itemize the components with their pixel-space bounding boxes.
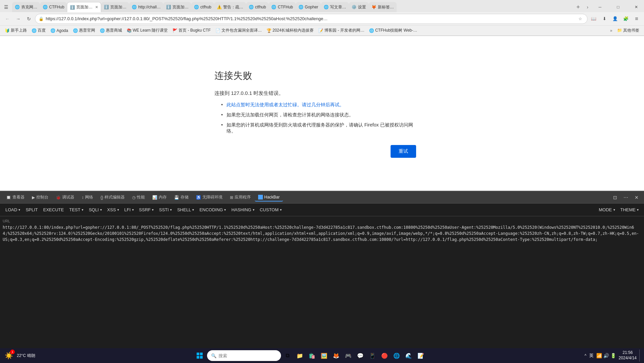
new-tab-btn[interactable]: + xyxy=(573,2,583,12)
taskbar-taskview-btn[interactable]: ⧉ xyxy=(282,350,293,361)
tab-8[interactable]: ⚠️ 警告：疏… xyxy=(214,2,246,12)
hackbar-load-btn[interactable]: LOAD xyxy=(3,204,23,216)
devtools-tab-inspector[interactable]: 🔲 查看器 xyxy=(3,193,28,202)
language-indicator[interactable]: 英 xyxy=(589,353,594,359)
bookmark-bugku[interactable]: 🚩 首页 - Bugku CTF xyxy=(170,27,212,34)
bookmark-gwb[interactable]: 🏆 2024长城杯校内选拔赛 xyxy=(265,27,316,34)
tab-3-active[interactable]: ℹ️ 页面加… ✕ xyxy=(67,2,101,12)
hackbar-lfi-btn[interactable]: LFI xyxy=(122,204,136,216)
reload-btn[interactable]: ↻ xyxy=(24,14,34,24)
taskbar-photos-btn[interactable]: 🖼️ xyxy=(319,350,329,361)
show-desktop-btn[interactable] xyxy=(639,350,641,362)
start-button[interactable] xyxy=(194,350,206,362)
bookmark-ctfhub-web[interactable]: 🌐 CTFHub技能树 Web-… xyxy=(367,27,419,34)
bookmark-cnblogs[interactable]: 📝 博客园 - 开发者的网… xyxy=(316,27,366,34)
tab-7[interactable]: 🌐 ctfhub xyxy=(191,2,214,12)
volume-icon[interactable]: 🔊 xyxy=(603,353,609,358)
other-bookmarks[interactable]: 📁 其他书签 xyxy=(615,27,641,34)
notification-area[interactable]: ☀️ 1 xyxy=(3,350,15,362)
tab-12[interactable]: 🌐 写文章… xyxy=(321,2,349,12)
taskbar-notes-btn[interactable]: 📝 xyxy=(415,350,426,361)
tab-4[interactable]: ℹ️ 页面加… xyxy=(101,2,129,12)
more-tabs-btn[interactable]: › xyxy=(583,2,592,12)
tray-expand-btn[interactable]: ^ xyxy=(585,353,587,358)
hackbar-ssrf-btn[interactable]: SSRF xyxy=(136,204,157,216)
clock[interactable]: 21:56 2024/4/14 xyxy=(619,350,637,361)
profile-btn[interactable]: 👤 xyxy=(610,14,620,24)
hackbar-split-btn[interactable]: SPLIT xyxy=(23,204,40,216)
taskbar-explorer-btn[interactable]: 📁 xyxy=(294,350,305,361)
wifi-icon[interactable]: 📶 xyxy=(596,353,602,358)
bookmarks-more-btn[interactable]: » xyxy=(608,28,614,34)
weather-widget[interactable]: 22°C 晴朗 xyxy=(17,353,35,359)
devtools-tab-style-editor[interactable]: {} 样式编辑器 xyxy=(97,193,128,202)
bookmark-new-user[interactable]: 🔰 新手上路 xyxy=(3,27,29,34)
tab-close-btn[interactable]: ✕ xyxy=(95,5,98,9)
battery-icon[interactable]: 🔋 xyxy=(610,353,616,358)
bookmark-hp[interactable]: 🌐 惠普官网 xyxy=(71,27,97,34)
devtools-dock-btn[interactable]: ⊡ xyxy=(610,193,620,202)
retry-btn[interactable]: 重试 xyxy=(391,145,416,158)
tab-5[interactable]: 🌐 http://chall… xyxy=(129,2,163,12)
forward-btn[interactable]: → xyxy=(13,14,23,24)
devtools-tab-debugger[interactable]: 🐞 调试器 xyxy=(52,193,78,202)
taskbar-app4-btn[interactable]: 🔴 xyxy=(379,350,390,361)
search-input[interactable] xyxy=(218,353,266,358)
hackbar-execute-btn[interactable]: EXECUTE xyxy=(41,204,67,216)
taskbar-app2-btn[interactable]: 💬 xyxy=(355,350,366,361)
menu-btn[interactable]: ≡ xyxy=(632,14,641,24)
tab-11-gopher[interactable]: 🌐 Gopher xyxy=(296,2,321,12)
taskbar-store-btn[interactable]: 🛍️ xyxy=(307,350,317,361)
devtools-tab-storage[interactable]: 💾 存储 xyxy=(171,193,192,202)
devtools-tab-network[interactable]: ↕ 网络 xyxy=(78,193,96,202)
hackbar-custom-btn[interactable]: CUSTOM xyxy=(257,204,284,216)
bookmark-welearn[interactable]: 📚 WE Learn 随行课堂 xyxy=(125,27,170,34)
bookmark-hp-store[interactable]: 🌐 惠普商城 xyxy=(98,27,124,34)
devtools-tab-console[interactable]: ▶ 控制台 xyxy=(29,193,52,202)
hackbar-hashing-btn[interactable]: HASHING xyxy=(229,204,257,216)
devtools-close-btn[interactable]: ✕ xyxy=(632,193,641,202)
taskbar-edge-btn[interactable]: 🌊 xyxy=(403,350,414,361)
hackbar-ssti-btn[interactable]: SSTI xyxy=(156,204,174,216)
bookmark-star-icon[interactable]: ☆ xyxy=(576,15,584,23)
tab-14[interactable]: 🦊 新标签… xyxy=(369,2,397,12)
hackbar-sqli-btn[interactable]: SQLI xyxy=(86,204,105,216)
devtools-tab-memory[interactable]: 📊 内存 xyxy=(149,193,170,202)
taskbar-chrome-btn[interactable]: 🌐 xyxy=(391,350,402,361)
hackbar-url-text[interactable]: http://127.0.0.1:80/index.php?url=gopher… xyxy=(3,224,641,243)
devtools-more-btn[interactable]: ⋯ xyxy=(621,193,631,202)
reader-view-btn[interactable]: 📖 xyxy=(589,14,598,24)
devtools-tab-application[interactable]: ⊞ 应用程序 xyxy=(227,193,254,202)
address-bar[interactable]: 🔒 https://127.0.0.1/index.php?url=gopher… xyxy=(35,14,588,24)
minimize-btn[interactable]: ─ xyxy=(592,2,608,12)
error-link-1[interactable]: 此站点暂时无法使用或者太过忙碌。请过几分钟后再试。 xyxy=(227,102,344,107)
bookmark-baidu[interactable]: 🌐 百度 xyxy=(30,27,48,34)
extensions-btn[interactable]: 🧩 xyxy=(621,14,631,24)
hackbar-test-btn[interactable]: TEST xyxy=(67,204,86,216)
tab-6[interactable]: ℹ️ 页面加… xyxy=(163,2,191,12)
taskbar-app3-btn[interactable]: 📱 xyxy=(367,350,378,361)
taskbar-search[interactable]: 🔍 xyxy=(207,350,281,361)
hackbar-shell-btn[interactable]: SHELL xyxy=(174,204,197,216)
tab-2[interactable]: 🌐 CTFHub xyxy=(40,2,67,12)
back-btn[interactable]: ← xyxy=(3,14,12,24)
devtools-tab-hackbar[interactable]: HackBar xyxy=(255,193,283,202)
tab-9[interactable]: 🌐 ctfhub xyxy=(246,2,269,12)
devtools-tab-accessibility[interactable]: ♿ 无障碍环境 xyxy=(193,193,226,202)
tab-13[interactable]: ⚙️ 设置 xyxy=(349,2,369,12)
devtools-tab-performance[interactable]: ◷ 性能 xyxy=(129,193,148,202)
close-btn[interactable]: ✕ xyxy=(629,2,644,12)
tab-1[interactable]: 🌐 夯克网… xyxy=(12,2,40,12)
hackbar-theme-btn[interactable]: THEME xyxy=(618,204,642,216)
bookmark-agoda[interactable]: 🌐 Agoda xyxy=(48,28,70,34)
tab-10[interactable]: 🌐 CTFHub xyxy=(269,2,295,12)
taskbar-browser-btn[interactable]: 🦊 xyxy=(331,350,341,361)
pocket-btn[interactable]: ⬇ xyxy=(600,14,609,24)
sidebar-toggle-btn[interactable]: ☰ xyxy=(1,2,11,12)
hackbar-xss-btn[interactable]: XSS xyxy=(105,204,122,216)
hackbar-mode-btn[interactable]: MODE xyxy=(596,204,618,216)
hackbar-encoding-btn[interactable]: ENCODING xyxy=(197,204,229,216)
bookmark-fileinclude[interactable]: 📄 文件包含漏洞全面译… xyxy=(213,27,264,34)
taskbar-app1-btn[interactable]: 🎮 xyxy=(343,350,354,361)
maximize-btn[interactable]: □ xyxy=(610,2,626,12)
